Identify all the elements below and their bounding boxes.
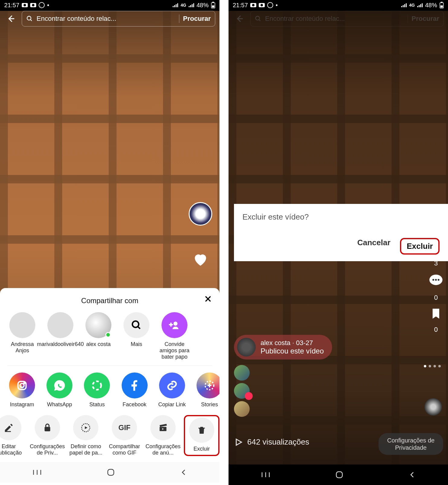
avatar — [237, 338, 256, 357]
close-icon[interactable] — [204, 295, 212, 303]
person-label: marivaldooliveir640 — [37, 341, 84, 347]
svg-point-51 — [438, 279, 440, 281]
nav-home[interactable] — [107, 468, 115, 477]
battery-percent: 48% — [425, 2, 437, 9]
svg-rect-8 — [177, 3, 178, 7]
comment-button[interactable] — [428, 273, 444, 288]
share-invite[interactable]: Convide amigos para bater papo — [159, 312, 190, 360]
wallpaper-icon — [73, 415, 98, 440]
search-icon — [26, 15, 33, 22]
signal-icon — [189, 3, 194, 7]
privacy-label: Configurações de Privacidade — [385, 437, 437, 451]
back-button[interactable] — [4, 12, 18, 25]
status-time: 21:57 — [233, 2, 248, 9]
invite-icon — [162, 312, 187, 338]
share-person[interactable]: Andressa Anjos — [7, 312, 37, 360]
signal-icon — [173, 3, 178, 7]
svg-point-20 — [20, 383, 24, 387]
signal-icon — [417, 3, 423, 7]
svg-rect-10 — [190, 5, 191, 7]
svg-rect-40 — [417, 6, 418, 7]
svg-rect-30 — [108, 469, 114, 475]
sound-disc[interactable] — [424, 398, 442, 416]
viewer-avatars[interactable] — [234, 365, 250, 417]
post-date: 03-27 — [296, 339, 313, 347]
author-caption-pill[interactable]: alex costa · 03-27 Publicou este vídeo — [234, 335, 332, 360]
svg-point-35 — [267, 2, 273, 8]
share-app-copylink[interactable]: Copiar Link — [157, 372, 187, 408]
person-label: Andressa Anjos — [7, 341, 37, 354]
nav-home[interactable] — [335, 471, 344, 479]
avatar — [47, 312, 73, 338]
share-app-instagram[interactable]: Instagram — [7, 372, 37, 408]
profile-avatar[interactable] — [189, 202, 212, 226]
whatsapp-icon — [267, 2, 273, 8]
svg-point-17 — [133, 321, 139, 328]
share-app-stories[interactable]: Stories — [195, 372, 219, 408]
like-button[interactable] — [191, 250, 210, 269]
camera-icon — [22, 3, 28, 7]
action-privacy[interactable]: Configurações de Priv... — [30, 415, 65, 456]
share-app-facebook[interactable]: Facebook — [120, 372, 149, 408]
camera-icon — [250, 3, 256, 7]
share-app-status[interactable]: Status — [82, 372, 112, 408]
share-more[interactable]: Mais — [121, 312, 152, 360]
action-label: Definir como papel de pa... — [68, 443, 104, 456]
author-line: alex costa · 03-27 — [261, 339, 324, 347]
phone-left: 21:57 • 4G 48% — [0, 0, 219, 485]
nav-recent[interactable] — [261, 471, 270, 478]
action-delete[interactable]: Excluir — [184, 415, 219, 456]
phone-right: 21:57 • 4G 48% — [229, 0, 448, 485]
more-label: Mais — [131, 341, 142, 347]
divider — [179, 14, 180, 23]
cancel-button[interactable]: Cancelar — [357, 238, 390, 255]
confirm-dialog: Excluir este vídeo? Cancelar Excluir — [234, 204, 448, 261]
svg-rect-38 — [404, 4, 405, 7]
whatsapp-icon — [46, 372, 72, 398]
action-gif[interactable]: GIF Compartilhar como GIF — [107, 415, 142, 456]
nav-back[interactable] — [408, 471, 416, 478]
svg-rect-5 — [173, 6, 174, 7]
svg-rect-9 — [189, 6, 190, 7]
confirm-delete-button[interactable]: Excluir — [400, 238, 440, 255]
views-text: 642 visualizações — [247, 437, 309, 447]
app-label: WhatsApp — [47, 401, 72, 408]
share-actions-row: Editar publicação Configurações de Priv.… — [0, 413, 219, 458]
svg-rect-7 — [176, 4, 177, 7]
action-label: Compartilhar como GIF — [107, 443, 142, 456]
link-icon — [159, 372, 185, 398]
invite-label: Convide amigos para bater papo — [159, 341, 190, 360]
avatar — [234, 401, 250, 417]
action-rail — [189, 202, 212, 269]
svg-point-21 — [24, 382, 25, 384]
nav-recent[interactable] — [33, 469, 42, 476]
dialog-title: Excluir este vídeo? — [242, 212, 440, 222]
bookmark-count: 0 — [434, 326, 438, 334]
search-bar[interactable]: Encontrar conteúdo relac... Procurar — [22, 11, 215, 27]
action-edit[interactable]: Editar publicação — [0, 415, 27, 456]
privacy-settings-chip[interactable]: Configurações de Privacidade — [379, 433, 443, 455]
action-ads[interactable]: Configurações de anú... — [145, 415, 181, 456]
svg-point-4 — [39, 2, 44, 8]
svg-rect-12 — [193, 3, 194, 7]
action-wallpaper[interactable]: Definir como papel de pa... — [68, 415, 104, 456]
app-label: Copiar Link — [158, 401, 186, 408]
search-placeholder: Encontrar conteúdo relac... — [37, 15, 175, 23]
status-bar: 21:57 • 4G 48% — [229, 0, 448, 10]
status-dot: • — [47, 2, 49, 9]
svg-rect-46 — [440, 5, 443, 8]
share-people-row: Andressa Anjos marivaldooliveir640 alex … — [0, 310, 219, 362]
page-indicator — [424, 365, 441, 367]
share-person[interactable]: marivaldooliveir640 — [45, 312, 75, 360]
svg-marker-52 — [236, 439, 242, 445]
svg-point-18 — [174, 322, 178, 325]
search-find-button[interactable]: Procurar — [183, 15, 211, 23]
share-person[interactable]: alex costa — [83, 312, 114, 360]
nav-back[interactable] — [180, 469, 187, 476]
status-dot: • — [276, 2, 278, 9]
top-bar: Encontrar conteúdo relac... Procurar — [0, 10, 219, 27]
svg-rect-37 — [403, 5, 404, 7]
share-app-whatsapp[interactable]: WhatsApp — [45, 372, 74, 408]
network-label: 4G — [181, 3, 186, 8]
bookmark-button[interactable] — [429, 307, 443, 320]
